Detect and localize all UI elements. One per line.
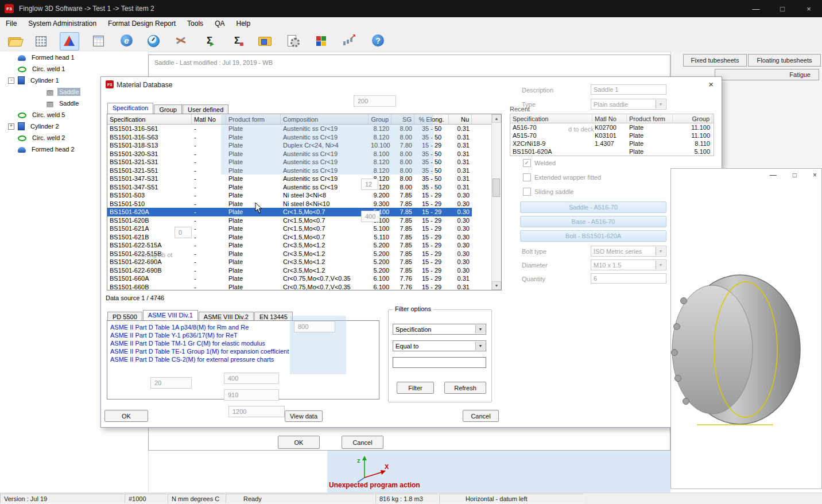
chevron-down-icon[interactable]: ▼ [475,342,485,350]
toolbar-icon[interactable] [313,33,328,48]
toolbar-icon[interactable] [202,33,217,48]
toolbar-icon[interactable] [60,32,79,51]
maximize-icon[interactable]: □ [769,0,796,17]
stray-field: 1200 [228,406,285,417]
viewport-maximize-icon[interactable]: □ [793,171,797,179]
filter-options-legend: Filter options [393,305,433,312]
toolbar-icon[interactable] [257,33,272,48]
tree-item-label: Circ. weld 1 [30,65,67,73]
statusbar-segment: #1000 [125,494,167,503]
saddle-cancel-button[interactable]: Cancel [342,436,383,449]
statusbar-segment: N mm degrees C [168,494,225,503]
refresh-button[interactable]: Refresh [444,382,486,394]
toolbar-icon[interactable] [33,33,48,48]
material-row[interactable]: BS1501-622-690B- PlateCr<3.5,Mo<1.2 5.20… [107,266,472,275]
menu-item[interactable]: QA [209,17,230,30]
viewport-close-icon[interactable]: × [813,171,817,179]
diameter-value: M10 x 1.5 [594,262,621,269]
tab-fatigue[interactable]: Fatigue [715,69,819,80]
checkbox-icon [523,188,531,196]
description-label: Description [522,87,553,94]
toolbar-icon[interactable] [371,33,386,48]
stray-field: 20 [150,377,192,389]
filter-field-dropdown[interactable]: Specification ▼ [393,324,486,335]
tree-item[interactable]: Formed head 1 [0,52,148,63]
tab-floating-tubesheets[interactable]: Floating tubesheets [748,54,821,67]
checkbox-icon [523,173,531,181]
material-row[interactable]: BS1501-621A- PlateCr<1.5,Mo<0.7 5.1007.8… [107,224,472,233]
material-row[interactable]: BS1501-622-515A- PlateCr<3.5,Mo<1.2 5.20… [107,241,472,250]
column-header[interactable]: Nu [449,114,472,124]
chevron-down-icon: ▼ [656,100,665,108]
tree-item-label: Formed head 2 [30,145,76,153]
material-row[interactable]: BS1501-503- PlateNi steel 3<Ni<8 9.2007.… [107,191,472,200]
minimize-icon[interactable]: — [743,0,769,17]
description-field: Saddle 1 [591,84,666,95]
material-row[interactable]: BS1501-620A- PlateCr<1.5,Mo<0.7 5.1007.8… [107,208,472,216]
viewport-minimize-icon[interactable]: — [770,171,777,179]
mouse-cursor [255,202,263,214]
statusbar-segment: Version : Jul 19 [0,494,124,503]
recent-row: A515-70K03101 Plate11.100 [510,131,714,139]
menu-item[interactable]: Format Design Report [102,17,181,30]
material-row[interactable]: BS1501-622-690A- PlateCr<3.5,Mo<1.2 5.20… [107,258,472,266]
toolbar-icon[interactable] [173,33,188,48]
toolbar-icon[interactable] [146,33,161,48]
recent-row: X2CrNi18-91.4307 Plate8.110 [510,139,714,148]
ok-button[interactable]: OK [104,410,148,422]
toolbar-icon[interactable] [230,33,245,48]
scroll-up-icon[interactable]: ▲ [492,114,501,123]
material-row[interactable]: BS1501-510- PlateNi steel 8<Ni<10 9.3007… [107,200,472,208]
filter-operator-dropdown[interactable]: Equal to ▼ [393,340,486,351]
toolbar-icon[interactable] [7,33,22,48]
vessel-3d-render [671,255,822,444]
scrollbar[interactable]: ▲ ▼ [491,114,501,290]
material-row[interactable]: BS1501-347-S51- PlateAustenitic ss Cr<19… [107,183,472,192]
cancel-button[interactable]: Cancel [463,410,499,422]
material-row[interactable]: BS1501-621B- PlateCr<1.5,Mo<0.7 5.1107.8… [107,233,472,242]
checkbox-label: Extended wrapper fitted [534,174,601,181]
menu-item[interactable]: File [0,17,22,30]
view-data-button[interactable]: View data [285,410,323,422]
warning-message: Unexpected program action [329,481,420,489]
toolbar-icon[interactable] [285,33,300,48]
tree-expander-icon[interactable]: - [8,77,14,84]
material-row[interactable]: BS1501-347-S31- PlateAustenitic ss Cr<19… [107,175,472,183]
filter-value-input[interactable] [393,357,486,368]
data-source-label: Data source 1 / 4746 [106,294,164,301]
menu-item[interactable]: System Administration [22,17,102,30]
saddle-ok-button[interactable]: OK [278,436,320,449]
stray-field: 400 [224,373,279,384]
filter-button[interactable]: Filter [397,382,434,394]
tab-fixed-tubesheets[interactable]: Fixed tubesheets [683,54,747,67]
toolbar-icon[interactable] [119,33,134,48]
column-header[interactable]: Specification [107,114,192,124]
viewport-window-controls: — □ × [770,171,817,179]
menu-item[interactable]: Tools [181,17,209,30]
app-logo-icon: F3 [5,4,14,13]
diameter-label: Diameter [522,262,548,269]
recent-table-header: SpecificationMatl NoProduct formGroup [510,114,714,123]
checkbox-row: Extended wrapper fitted [523,173,601,181]
tree-expander-icon[interactable]: + [8,123,14,130]
menu-item[interactable]: Help [230,17,256,30]
close-icon[interactable]: × [796,0,822,17]
toolbar-icon[interactable] [91,33,106,48]
toolbar-icon[interactable] [341,33,356,48]
viewport-window[interactable]: — □ × [670,168,822,489]
scroll-thumb[interactable] [493,179,500,197]
window-title: Finglow 3D Software -> Test 1 -> Test it… [19,5,154,13]
orientation-axes: z X [350,452,391,483]
material-row[interactable]: BS1501-660A- PlateCr<0.75,Mo<0.7,V<0.35 … [107,274,472,283]
material-row[interactable]: BS1501-660B- PlateCr<0.75,Mo<0.7,V<0.35 … [107,283,472,291]
chevron-down-icon[interactable]: ▼ [475,325,485,334]
tree-node-icon [46,102,53,107]
dialog-close-icon[interactable]: × [708,79,714,89]
titlebar: F3 Finglow 3D Software -> Test 1 -> Test… [0,0,822,17]
tree-item[interactable]: Circ. weld 1 [0,63,148,75]
stray-field: 12 [361,179,378,190]
scroll-down-icon[interactable]: ▼ [492,281,501,290]
material-row[interactable]: BS1501-620B- PlateCr<1.5,Mo<0.7 5.1007.8… [107,216,472,225]
tree-node-icon [18,135,26,141]
stray-label: ening rib ot [141,251,172,258]
